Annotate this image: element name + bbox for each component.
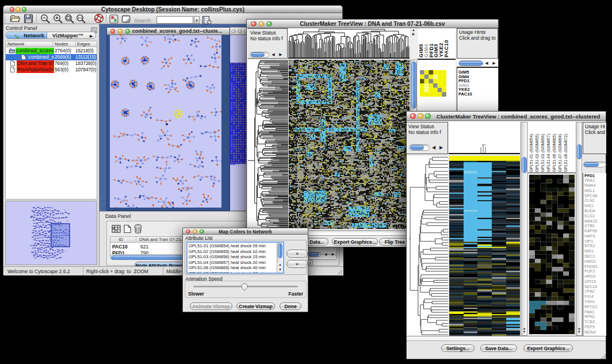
svg-text:1:1: 1:1: [78, 16, 82, 20]
